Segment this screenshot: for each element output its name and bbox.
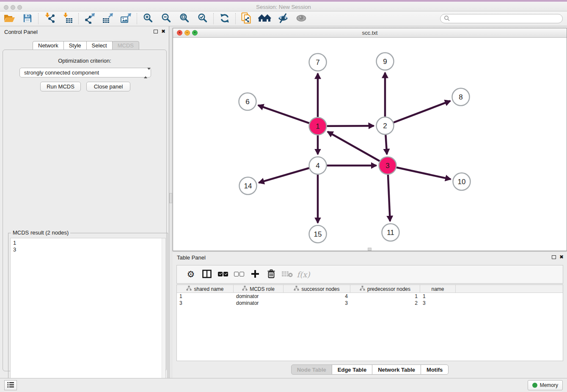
zoom-in-button[interactable]: [139, 12, 157, 25]
show-all-button[interactable]: [292, 12, 310, 25]
delete-table-button[interactable]: [279, 267, 295, 282]
toolbar-separator: [137, 13, 137, 24]
graph-node-15[interactable]: 15: [309, 226, 327, 243]
tab-node-table[interactable]: Node Table: [291, 364, 332, 375]
graph-node-11[interactable]: 11: [382, 224, 399, 241]
network-graph-canvas[interactable]: 1234678910111415: [173, 38, 567, 251]
graph-node-7[interactable]: 7: [309, 54, 327, 71]
export-table-button[interactable]: [99, 12, 117, 25]
clone-network-icon: [241, 12, 252, 25]
export-network-button[interactable]: [80, 12, 99, 25]
mcds-result-scrollbar[interactable]: [162, 238, 165, 390]
save-session-button[interactable]: [18, 12, 36, 25]
export-table-icon: [102, 13, 113, 25]
close-panel-button[interactable]: Close panel: [86, 82, 130, 91]
tab-mcds[interactable]: MCDS: [112, 41, 139, 50]
vertical-splitter-grip[interactable]: [169, 193, 172, 203]
graph-node-1[interactable]: 1: [309, 118, 327, 135]
select-all-button[interactable]: [215, 267, 231, 282]
node-table[interactable]: shared nameMCDS rolesuccessor nodesprede…: [176, 284, 563, 361]
delete-column-button[interactable]: [263, 267, 279, 282]
export-image-icon: [120, 13, 132, 25]
table-cell[interactable]: 3: [420, 300, 456, 306]
column-header-shared-name[interactable]: shared name: [177, 285, 234, 293]
search-field[interactable]: [440, 14, 563, 23]
create-column-button[interactable]: [247, 267, 263, 282]
float-panel-icon[interactable]: [154, 30, 158, 33]
apply-preferred-layout-button[interactable]: [215, 12, 234, 25]
import-table-button[interactable]: [58, 12, 77, 25]
table-cell[interactable]: 4: [284, 293, 350, 300]
edge-3-10[interactable]: [396, 168, 451, 179]
close-table-panel-icon[interactable]: ✖: [559, 254, 564, 259]
search-input[interactable]: [452, 15, 562, 22]
column-header-successor-nodes[interactable]: successor nodes: [284, 285, 350, 293]
column-header-predecessor-nodes[interactable]: predecessor nodes: [350, 285, 420, 293]
graph-node-3[interactable]: 3: [379, 157, 396, 174]
float-table-panel-icon[interactable]: [552, 255, 556, 259]
table-cell[interactable]: 1: [350, 293, 420, 300]
table-row[interactable]: 1dominator411: [177, 293, 563, 300]
deselect-all-button[interactable]: [231, 267, 247, 282]
column-settings-button[interactable]: ⚙: [183, 267, 199, 282]
import-network-button[interactable]: [40, 12, 58, 25]
graph-node-4[interactable]: 4: [309, 157, 327, 174]
first-neighbors-button[interactable]: [256, 12, 274, 25]
table-row[interactable]: 3dominator323: [177, 300, 563, 306]
hierarchy-icon: [360, 286, 365, 292]
show-columns-button[interactable]: [199, 267, 215, 282]
edge-3-1[interactable]: [328, 132, 380, 161]
zoom-selected-button[interactable]: [193, 12, 212, 25]
tab-network-table[interactable]: Network Table: [372, 364, 421, 375]
graph-node-9[interactable]: 9: [377, 53, 394, 70]
edge-1-2[interactable]: [327, 126, 374, 126]
export-image-button[interactable]: [117, 12, 135, 25]
function-builder-button[interactable]: f(x): [295, 267, 311, 282]
deselect-all-icon: [234, 271, 245, 278]
table-tabs: Node TableEdge TableNetwork TableMotifs: [173, 364, 567, 375]
table-cell[interactable]: dominator: [234, 300, 284, 306]
close-panel-icon[interactable]: ✖: [161, 29, 165, 34]
tab-network[interactable]: Network: [33, 41, 64, 50]
criterion-select[interactable]: strongly connected component: [19, 68, 151, 77]
table-cell[interactable]: 3: [177, 300, 234, 306]
zoom-out-button[interactable]: [157, 12, 175, 25]
run-mcds-button[interactable]: Run MCDS: [40, 82, 81, 91]
table-cell[interactable]: 1: [420, 293, 456, 300]
zoom-fit-button[interactable]: [175, 12, 193, 25]
tab-motifs[interactable]: Motifs: [421, 364, 449, 375]
graph-node-2[interactable]: 2: [377, 117, 394, 135]
edge-4-14[interactable]: [259, 168, 309, 183]
table-cell[interactable]: 3: [284, 300, 350, 306]
memory-button[interactable]: Memory: [528, 380, 563, 390]
column-label: shared name: [194, 286, 223, 292]
graph-node-10[interactable]: 10: [453, 173, 471, 190]
task-history-button[interactable]: [4, 380, 17, 390]
graph-node-8[interactable]: 8: [452, 88, 470, 106]
table-cell[interactable]: 2: [350, 300, 420, 306]
clone-network-button[interactable]: [237, 12, 256, 25]
tab-select[interactable]: Select: [86, 41, 113, 50]
column-header-MCDS-role[interactable]: MCDS role: [234, 285, 284, 293]
table-cell[interactable]: dominator: [234, 293, 284, 300]
open-session-button[interactable]: [0, 12, 18, 25]
hide-selected-button[interactable]: [274, 12, 292, 25]
graph-node-14[interactable]: 14: [239, 177, 257, 195]
column-header-name[interactable]: name: [420, 285, 456, 293]
open-session-icon: [3, 13, 15, 25]
mcds-result-textarea[interactable]: 1 3: [10, 238, 166, 391]
mcds-result-fieldset: MCDS result (2 nodes) 1 3: [8, 233, 168, 392]
tab-style[interactable]: Style: [63, 41, 87, 50]
edge-1-6[interactable]: [258, 105, 309, 123]
select-all-icon: [217, 271, 228, 278]
tab-edge-table[interactable]: Edge Table: [332, 364, 372, 375]
table-cell[interactable]: 1: [177, 293, 234, 300]
edge-2-3[interactable]: [385, 135, 387, 154]
graph-node-6[interactable]: 6: [239, 93, 256, 110]
horizontal-splitter-grip[interactable]: [368, 248, 372, 251]
mcds-tab-content: Optimization criterion: strongly connect…: [3, 50, 167, 371]
edge-3-11[interactable]: [388, 174, 390, 221]
columns-icon: [202, 270, 212, 279]
edge-2-8[interactable]: [394, 101, 450, 122]
network-window-titlebar[interactable]: × − + scc.txt: [173, 28, 567, 38]
